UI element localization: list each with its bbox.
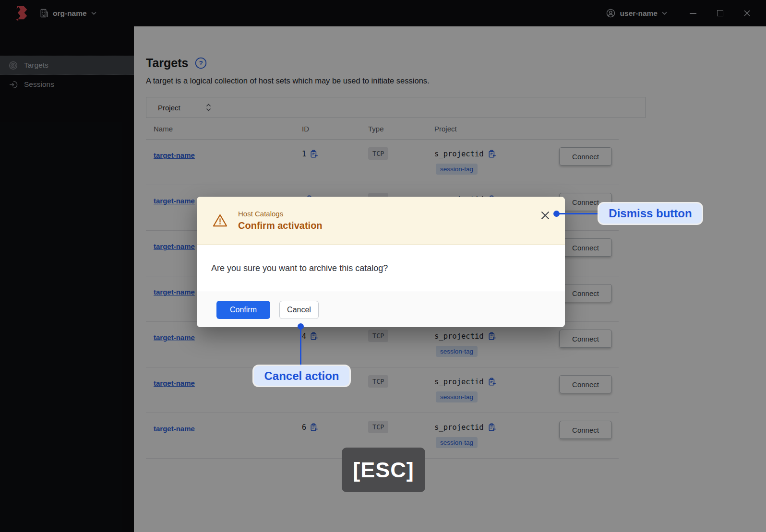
dismiss-button[interactable] [539, 210, 551, 221]
esc-key-hint: [ESC] [342, 448, 425, 492]
confirm-button[interactable]: Confirm [216, 301, 270, 319]
dialog-footer: Confirm Cancel [197, 292, 565, 327]
dialog-heading: Host Catalogs Confirm activation [238, 210, 323, 231]
dialog-eyebrow: Host Catalogs [238, 210, 323, 218]
warning-icon [213, 213, 227, 227]
dialog-header: Host Catalogs Confirm activation [197, 197, 565, 245]
cancel-button[interactable]: Cancel [279, 301, 319, 319]
dismiss-annotation-label: Dismiss button [599, 203, 702, 224]
dismiss-annotation-line [557, 213, 600, 214]
dismiss-annotation-dot [553, 211, 560, 217]
dialog-title: Confirm activation [238, 220, 323, 231]
dialog-message: Are you sure you want to archive this ca… [197, 245, 565, 292]
cancel-annotation-line [300, 327, 301, 366]
confirm-dialog: Host Catalogs Confirm activation Are you… [197, 197, 565, 327]
cancel-annotation-dot [298, 323, 304, 330]
cancel-annotation-label: Cancel action [254, 366, 349, 386]
